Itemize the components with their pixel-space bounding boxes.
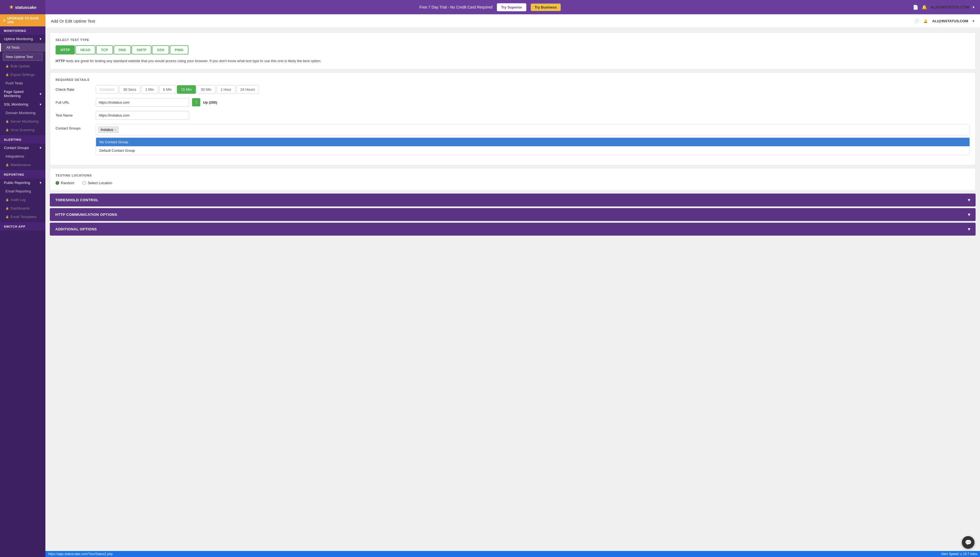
location-select-label[interactable]: Select Location (83, 181, 112, 185)
server-monitoring-lock-icon: 🔒 (5, 120, 9, 123)
dropdown-option-default-contact-group[interactable]: Default Contact Group (96, 146, 970, 155)
header-docs-icon[interactable]: 📄 (915, 19, 919, 23)
status-bar-alert-speed: Alert Speed: ≤ 19.7 mins (941, 552, 977, 556)
reporting-section-header: REPORTING (0, 170, 46, 178)
check-rate-btn-30-min[interactable]: 30 Min (197, 85, 216, 94)
header-user-email[interactable]: ALI@INSTATUS.COM (932, 19, 968, 23)
test-type-desc-prefix: HTTP (56, 59, 65, 63)
alerting-section-header: ALERTING (0, 135, 46, 143)
test-type-btn-ssh[interactable]: SSH (152, 46, 169, 54)
check-rate-buttons: Constant30 Secs1 Min5 Min15 Min30 Min1 H… (96, 85, 970, 94)
chat-button[interactable]: 💬 (962, 536, 975, 549)
sidebar-item-email-templates[interactable]: 🔒 Email Templates (0, 213, 46, 221)
header-bell-icon[interactable]: 🔔 (923, 19, 928, 23)
check-rate-row: Check Rate Constant30 Secs1 Min5 Min15 M… (56, 85, 970, 94)
dashboards-lock-icon: 🔒 (5, 207, 9, 210)
contact-tag-remove-icon[interactable]: × (114, 128, 116, 131)
test-type-buttons: HTTPHEADTCPDNSSMTPSSHPING (56, 46, 970, 54)
threshold-chevron-icon: ▾ (968, 197, 970, 203)
sidebar-item-all-tests[interactable]: All Tests (0, 43, 46, 52)
full-url-row: Full URL ↑ Up (200) (56, 98, 970, 107)
test-name-field (96, 111, 970, 120)
contact-tag-instatus: Instatus × (98, 127, 119, 133)
location-random-radio[interactable] (56, 181, 59, 185)
main-layout: ⚠ UPGRADE TO SAVE 15% MONITORING Uptime … (0, 14, 980, 557)
check-rate-btn-constant: Constant (96, 85, 118, 94)
threshold-control-section[interactable]: THRESHOLD CONTROL ▾ (50, 194, 976, 207)
test-type-btn-http[interactable]: HTTP (56, 46, 75, 54)
check-rate-label: Check Rate (56, 85, 91, 91)
bell-icon[interactable]: 🔔 (922, 5, 927, 10)
sidebar-item-export-settings[interactable]: 🔒 Export Settings (0, 70, 46, 79)
sidebar-item-contact-groups[interactable]: Contact Groups ▾ (0, 143, 46, 152)
sidebar-item-domain-monitoring[interactable]: Domain Monitoring (0, 109, 46, 117)
try-superior-button[interactable]: Try Superior (497, 3, 526, 11)
test-name-label: Test Name (56, 111, 91, 117)
contact-dropdown: No Contact GroupDefault Contact Group (96, 137, 970, 155)
http-comm-options-label: HTTP COMMUNICATION OPTIONS (55, 213, 117, 217)
check-rate-btn-24-hours[interactable]: 24 Hours (236, 85, 259, 94)
full-url-field: ↑ Up (200) (96, 98, 970, 107)
sidebar-item-email-reporting[interactable]: Email Reporting (0, 187, 46, 195)
sidebar-item-server-monitoring[interactable]: 🔒 Server Monitoring (0, 117, 46, 125)
url-status-up-icon: ↑ (192, 98, 200, 106)
location-select-radio[interactable] (83, 181, 86, 185)
logo-star-icon: ★ (9, 4, 13, 10)
test-type-btn-dns[interactable]: DNS (114, 46, 131, 54)
header-user-chevron-icon[interactable]: ▾ (973, 19, 975, 23)
ssl-chevron-icon: ▾ (39, 102, 42, 106)
additional-options-section[interactable]: ADDITIONAL OPTIONS ▾ (50, 223, 976, 236)
sidebar-item-maintenance[interactable]: 🔒 Maintenance (0, 161, 46, 169)
logo[interactable]: ★ statuscake (0, 0, 46, 14)
sidebar-item-page-speed[interactable]: Page Speed Monitoring ▾ (0, 88, 46, 100)
url-status-text: Up (200) (203, 100, 217, 104)
user-email[interactable]: ALI@INSTATUS.COM (931, 5, 969, 9)
contact-group-field[interactable]: Instatus × (96, 124, 970, 135)
user-dropdown-icon[interactable]: ▾ (973, 5, 975, 9)
check-rate-btn-5-min[interactable]: 5 Min (159, 85, 176, 94)
test-type-btn-ping[interactable]: PING (170, 46, 188, 54)
sidebar-item-ssl-monitoring[interactable]: SSL Monitoring ▾ (0, 100, 46, 109)
test-type-btn-smtp[interactable]: SMTP (132, 46, 151, 54)
check-rate-btn-30-secs[interactable]: 30 Secs (119, 85, 140, 94)
contact-groups-wrapper: Instatus × No Contact GroupDefault Conta… (96, 124, 970, 155)
try-business-button[interactable]: Try Business (531, 3, 561, 11)
sub-header: Add Or Edit Uptime Test 📄 🔔 ALI@INSTATUS… (46, 14, 980, 28)
content-area: SELECT TEST TYPE HTTPHEADTCPDNSSMTPSSHPI… (46, 28, 980, 551)
maintenance-lock-icon: 🔒 (5, 163, 9, 166)
sidebar-item-dashboards[interactable]: 🔒 Dashboards (0, 204, 46, 213)
sidebar-item-new-uptime-test[interactable]: New Uptime Test (3, 53, 42, 61)
location-radio-group: Random Select Location (56, 181, 970, 185)
dropdown-option-no-contact-group[interactable]: No Contact Group (96, 138, 970, 146)
test-type-btn-tcp[interactable]: TCP (96, 46, 113, 54)
check-rate-btn-1-hour[interactable]: 1 Hour (217, 85, 235, 94)
sidebar-item-integrations[interactable]: Integrations (0, 152, 46, 161)
test-type-btn-head[interactable]: HEAD (75, 46, 95, 54)
contact-groups-chevron-icon: ▾ (39, 146, 42, 150)
switch-app-section[interactable]: SWITCH APP (0, 222, 46, 230)
sidebar-item-push-tests[interactable]: Push Tests (0, 79, 46, 88)
testing-locations-label: TESTING LOCATIONS (56, 174, 970, 177)
upgrade-banner[interactable]: ⚠ UPGRADE TO SAVE 15% (0, 14, 46, 26)
sidebar-item-virus-scanning[interactable]: 🔒 Virus Scanning (0, 125, 46, 134)
sidebar-item-bulk-update[interactable]: 🔒 Bulk Update (0, 62, 46, 70)
uptime-chevron-icon: ▾ (39, 37, 42, 41)
sidebar-item-public-reporting[interactable]: Public Reporting ▾ (0, 178, 46, 187)
topbar-right: 📄 🔔 ALI@INSTATUS.COM ▾ (913, 5, 975, 10)
full-url-input[interactable] (96, 98, 189, 107)
test-name-input[interactable] (96, 111, 189, 120)
docs-icon[interactable]: 📄 (913, 5, 918, 10)
sidebar-item-uptime-monitoring[interactable]: Uptime Monitoring ▾ (0, 35, 46, 43)
full-url-label: Full URL (56, 98, 91, 104)
additional-options-chevron-icon: ▾ (968, 226, 970, 232)
email-templates-lock-icon: 🔒 (5, 215, 9, 218)
topbar: ★ statuscake Free 7 Day Trial - No Credi… (0, 0, 980, 14)
location-random-label[interactable]: Random (56, 181, 74, 185)
threshold-control-label: THRESHOLD CONTROL (55, 198, 98, 202)
http-comm-options-section[interactable]: HTTP COMMUNICATION OPTIONS ▾ (50, 208, 976, 221)
virus-scanning-lock-icon: 🔒 (5, 129, 9, 132)
sidebar-item-audit-log[interactable]: 🔒 Audit Log (0, 195, 46, 204)
check-rate-btn-15-min[interactable]: 15 Min (177, 85, 196, 94)
export-settings-lock-icon: 🔒 (5, 73, 9, 76)
check-rate-btn-1-min[interactable]: 1 Min (141, 85, 158, 94)
